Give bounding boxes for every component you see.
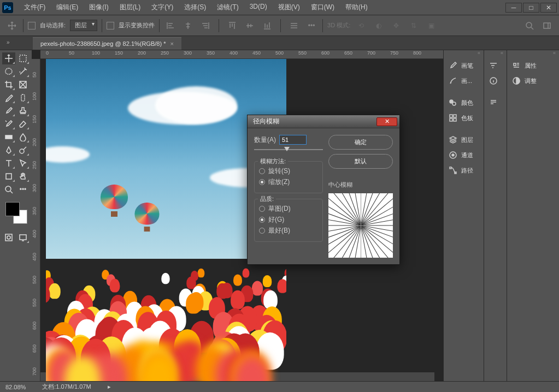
ok-button[interactable]: 确定 (328, 135, 393, 150)
crop-tool[interactable] (2, 79, 15, 91)
amount-input[interactable] (279, 135, 307, 145)
stamp-tool[interactable] (16, 105, 30, 117)
vertical-ruler[interactable]: 5010015020025030035040045050055060065070… (32, 59, 40, 381)
panel-button-props[interactable]: 属性 (507, 58, 559, 73)
panel-button-swatches[interactable]: 颜色 (444, 95, 484, 110)
move-tool-icon[interactable] (5, 20, 19, 32)
align-bottom-icon[interactable] (261, 20, 274, 32)
svg-rect-11 (20, 235, 26, 240)
menu-item[interactable]: 图层(L) (114, 1, 146, 14)
close-button[interactable]: ✕ (540, 3, 557, 13)
minimize-button[interactable]: ─ (505, 3, 522, 13)
menu-item[interactable]: 文字(Y) (146, 1, 179, 14)
expand-panels-icon[interactable]: » (7, 39, 10, 45)
quickmask-tool[interactable] (2, 231, 15, 243)
dodge-tool[interactable] (16, 144, 30, 156)
toolbox: ••• (0, 50, 32, 381)
align-left-icon[interactable] (164, 20, 177, 32)
cancel-button[interactable]: 默认 (328, 154, 393, 169)
pen-tool[interactable] (2, 144, 15, 156)
svg-rect-1 (544, 23, 550, 28)
align-center-h-icon[interactable] (181, 20, 195, 32)
collapse-panel-icon[interactable]: « (507, 50, 559, 58)
lasso-tool[interactable] (2, 66, 15, 78)
blur-center-preview[interactable] (328, 193, 393, 258)
quality-draft-radio[interactable]: 草图(D) (259, 204, 318, 213)
panel-button-brush[interactable]: 画笔 (444, 58, 484, 73)
collapse-panel-icon[interactable]: « (484, 50, 507, 58)
show-transform-label: 显示变换控件 (119, 21, 155, 29)
quality-legend: 品质: (258, 195, 276, 203)
svg-rect-14 (450, 115, 452, 117)
workspace-icon[interactable] (540, 20, 554, 32)
panel-button-paths[interactable]: 路径 (444, 163, 484, 178)
horizontal-ruler[interactable]: 0501001502002503003504004505005506006507… (40, 50, 443, 59)
align-right-icon[interactable] (199, 20, 212, 32)
document-tab[interactable]: pexels-photo-2388650.jpeg @ 82.1%(RGB/8)… (33, 37, 181, 50)
menu-item[interactable]: 滤镜(T) (211, 1, 244, 14)
magic-wand-tool[interactable] (16, 66, 30, 78)
more-options-icon[interactable]: ••• (305, 20, 318, 32)
history-brush-tool[interactable] (2, 118, 15, 130)
method-zoom-radio[interactable]: 缩放(Z) (259, 177, 318, 187)
layer-target-dropdown[interactable]: 图层 (70, 20, 97, 31)
menu-item[interactable]: 文件(F) (19, 1, 51, 14)
menu-item[interactable]: 选择(S) (179, 1, 211, 14)
panel-button-adjust[interactable]: 调整 (507, 73, 559, 88)
status-expand-icon[interactable]: ▸ (108, 383, 111, 390)
menu-item[interactable]: 视图(V) (273, 1, 305, 14)
gradient-tool[interactable] (2, 131, 15, 143)
heal-tool[interactable] (16, 92, 30, 104)
dialog-titlebar[interactable]: 径向模糊 ✕ (248, 115, 399, 128)
type-tool[interactable] (2, 157, 15, 169)
history-panel-button[interactable] (484, 58, 507, 73)
quality-best-radio[interactable]: 最好(B) (259, 226, 318, 235)
auto-select-checkbox[interactable] (28, 22, 36, 29)
color-swatches[interactable] (5, 202, 27, 224)
paragraph-panel-button[interactable] (484, 95, 507, 110)
collapse-panel-icon[interactable]: « (444, 50, 484, 58)
distribute-icon[interactable] (287, 20, 301, 32)
document-info[interactable]: 文档:1.07M/1.07M (42, 383, 91, 391)
menu-item[interactable]: 图像(I) (84, 1, 114, 14)
frame-tool[interactable] (16, 79, 30, 91)
menu-item[interactable]: 窗口(W) (305, 1, 340, 14)
foreground-color-swatch[interactable] (5, 202, 20, 216)
menu-item[interactable]: 帮助(H) (340, 1, 373, 14)
svg-point-19 (452, 154, 454, 156)
auto-select-label: 自动选择: (40, 21, 66, 29)
maximize-button[interactable]: □ (523, 3, 539, 13)
panel-button-channels[interactable]: 通道 (444, 147, 484, 163)
dialog-close-button[interactable]: ✕ (376, 117, 397, 126)
eyedropper-tool[interactable] (2, 92, 15, 104)
menu-item[interactable]: 3D(D) (244, 1, 273, 14)
panel-button-dots[interactable]: 画... (444, 73, 484, 88)
amount-slider[interactable] (254, 147, 323, 155)
svg-rect-16 (450, 118, 452, 121)
zoom-tool[interactable] (2, 183, 15, 195)
brush-tool[interactable] (2, 105, 15, 117)
close-tab-icon[interactable]: × (170, 40, 173, 47)
panel-button-grid[interactable]: 色板 (444, 110, 484, 126)
align-top-icon[interactable] (226, 20, 239, 32)
quality-good-radio[interactable]: 好(G) (259, 215, 318, 224)
zoom-level[interactable]: 82.08% (5, 384, 26, 390)
edit-toolbar-icon[interactable]: ••• (16, 183, 30, 195)
marquee-tool[interactable] (16, 52, 30, 64)
options-bar: 自动选择: 图层 显示变换控件 ••• 3D 模式: ⟲ ◐ ✥ ⇅ ▣ (0, 15, 559, 36)
search-icon[interactable] (523, 20, 536, 32)
panel-button-layers[interactable]: 图层 (444, 132, 484, 147)
shape-tool[interactable] (2, 170, 15, 182)
show-transform-checkbox[interactable] (107, 22, 114, 29)
blur-tool[interactable] (16, 131, 30, 143)
method-spin-radio[interactable]: 旋转(S) (259, 167, 318, 176)
path-select-tool[interactable] (16, 157, 30, 169)
menu-item[interactable]: 编辑(E) (51, 1, 84, 14)
eraser-tool[interactable] (16, 118, 30, 130)
screenmode-tool[interactable] (16, 231, 30, 243)
move-tool[interactable] (2, 52, 15, 64)
mode-3d-label: 3D 模式: (327, 21, 350, 29)
align-center-v-icon[interactable] (243, 20, 256, 32)
hand-tool[interactable] (16, 170, 30, 182)
info-panel-button[interactable] (484, 73, 507, 88)
